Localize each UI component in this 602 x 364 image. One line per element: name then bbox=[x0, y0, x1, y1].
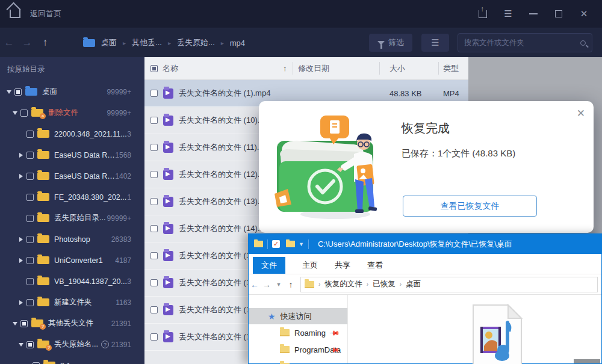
back-home-label[interactable]: 返回首页 bbox=[30, 8, 61, 19]
column-divider[interactable] bbox=[379, 62, 380, 75]
quick-access-item[interactable]: ★ 快速访问 bbox=[249, 308, 347, 324]
column-name[interactable]: 名称 bbox=[163, 63, 178, 74]
breadcrumb-item[interactable]: mp4 bbox=[230, 39, 245, 48]
tree-item-lost-names[interactable]: ? 丢失原始名... ? 21391 bbox=[0, 334, 144, 355]
breadcrumb-item[interactable]: 桌面 bbox=[101, 37, 117, 48]
tree-item[interactable]: EaseUS Data Re... 1568 bbox=[0, 144, 144, 165]
tab-view[interactable]: 查看 bbox=[359, 257, 391, 274]
row-checkbox[interactable] bbox=[150, 306, 158, 313]
recovered-media-file-icon[interactable] bbox=[462, 304, 529, 364]
tree-checkbox[interactable] bbox=[26, 152, 34, 159]
chevron-down-icon[interactable] bbox=[17, 343, 25, 347]
address-item[interactable]: 桌面 bbox=[406, 279, 421, 289]
explorer-up-icon[interactable]: ↑ bbox=[285, 280, 297, 289]
tree-item[interactable]: 22000.348_2021.11... 3 bbox=[0, 123, 144, 144]
quick-toolbar-dropdown-icon[interactable]: ▼ bbox=[299, 241, 304, 247]
search-icon[interactable] bbox=[580, 40, 586, 46]
column-date[interactable]: 修改日期 bbox=[298, 63, 329, 74]
close-button[interactable]: ✕ bbox=[576, 6, 592, 22]
column-divider[interactable] bbox=[438, 62, 439, 75]
chevron-down-icon[interactable] bbox=[11, 322, 19, 325]
explorer-forward-icon[interactable]: → bbox=[261, 280, 273, 289]
column-size[interactable]: 大小 bbox=[389, 63, 405, 74]
help-icon[interactable]: ? bbox=[101, 341, 109, 348]
search-input[interactable] bbox=[464, 39, 580, 47]
tree-item[interactable]: UniConverter1 4187 bbox=[0, 250, 144, 271]
home-icon[interactable] bbox=[10, 10, 20, 18]
tree-checkbox[interactable] bbox=[20, 110, 28, 117]
chevron-right-icon[interactable] bbox=[17, 258, 25, 263]
row-checkbox[interactable] bbox=[150, 117, 158, 124]
tree-item-other-lost[interactable]: ? 其他丢失文件 21391 bbox=[0, 313, 144, 334]
explorer-content[interactable] bbox=[348, 295, 601, 363]
tree-item[interactable]: 2.1... bbox=[0, 355, 144, 364]
breadcrumb-item[interactable]: 丢失原始... bbox=[177, 37, 215, 48]
explorer-titlebar[interactable]: ✓ ▼ C:\Users\Administrator\Desktop\恢复的文件… bbox=[249, 234, 601, 254]
chevron-right-icon[interactable] bbox=[17, 153, 25, 158]
tree-checkbox[interactable] bbox=[26, 131, 34, 138]
forward-icon[interactable]: → bbox=[18, 37, 36, 49]
chevron-right-icon[interactable] bbox=[17, 174, 25, 179]
maximize-button[interactable] bbox=[550, 6, 567, 22]
row-checkbox[interactable] bbox=[150, 90, 158, 97]
dialog-close-icon[interactable]: ✕ bbox=[577, 107, 585, 120]
address-box[interactable]: › 恢复的文件 › 已恢复 › 桌面 bbox=[300, 277, 598, 292]
chevron-right-icon[interactable] bbox=[17, 300, 25, 305]
tree-item-desktop[interactable]: 桌面 99999+ bbox=[0, 81, 144, 102]
view-options-button[interactable]: ☰ bbox=[421, 34, 449, 52]
explorer-back-icon[interactable]: ← bbox=[249, 280, 261, 289]
chevron-down-icon[interactable] bbox=[5, 90, 13, 94]
new-folder-icon[interactable] bbox=[286, 241, 295, 247]
tree-item[interactable]: Photoshop 26383 bbox=[0, 229, 144, 250]
view-recovered-files-button[interactable]: 查看已恢复文件 bbox=[403, 196, 537, 217]
row-checkbox[interactable] bbox=[150, 333, 158, 341]
tree-checkbox[interactable] bbox=[20, 320, 28, 327]
explorer-history-dropdown-icon[interactable]: ▼ bbox=[273, 282, 285, 288]
row-checkbox[interactable] bbox=[150, 279, 158, 286]
tree-checkbox[interactable] bbox=[26, 341, 34, 348]
row-checkbox[interactable] bbox=[150, 198, 158, 205]
chevron-right-icon[interactable] bbox=[17, 237, 25, 242]
row-checkbox[interactable] bbox=[150, 144, 158, 151]
tab-file[interactable]: 文件 bbox=[253, 257, 285, 274]
menu-icon[interactable]: ☰ bbox=[500, 6, 517, 22]
tab-share[interactable]: 共享 bbox=[326, 257, 359, 274]
tree-checkbox[interactable] bbox=[26, 299, 34, 306]
tree-checkbox[interactable] bbox=[26, 278, 34, 285]
tree-item[interactable]: EaseUS Data Re... 1402 bbox=[0, 165, 144, 187]
tab-home[interactable]: 主页 bbox=[294, 257, 326, 274]
tree-checkbox[interactable] bbox=[33, 362, 40, 364]
sidebar-item-partial[interactable] bbox=[249, 358, 347, 364]
address-item[interactable]: 恢复的文件 bbox=[324, 279, 362, 289]
filter-button[interactable]: 筛选 bbox=[369, 34, 412, 52]
tree-checkbox[interactable] bbox=[14, 88, 22, 96]
tree-checkbox[interactable] bbox=[26, 215, 34, 222]
minimize-button[interactable] bbox=[525, 6, 542, 22]
tree-checkbox[interactable] bbox=[26, 257, 34, 264]
up-icon[interactable]: ↑ bbox=[36, 37, 54, 49]
back-icon[interactable]: ← bbox=[0, 37, 18, 49]
tree-checkbox[interactable] bbox=[26, 236, 34, 243]
chevron-down-icon[interactable] bbox=[11, 111, 19, 115]
breadcrumb: 桌面 ▸ 其他丢... ▸ 丢失原始... ▸ mp4 bbox=[83, 37, 245, 48]
address-item[interactable]: 已恢复 bbox=[373, 279, 396, 289]
column-type[interactable]: 类型 bbox=[443, 63, 459, 74]
export-icon[interactable] bbox=[474, 6, 491, 22]
sidebar-item-programdata[interactable]: ProgramData 📌 bbox=[249, 341, 347, 358]
tree-item[interactable]: VB_19044.1387_20... 3 bbox=[0, 271, 144, 292]
row-checkbox[interactable] bbox=[150, 225, 158, 232]
tree-checkbox[interactable] bbox=[26, 194, 34, 201]
breadcrumb-item[interactable]: 其他丢... bbox=[132, 37, 162, 48]
row-checkbox[interactable] bbox=[150, 252, 158, 259]
tree-item[interactable]: 丢失原始目录... 99999+ bbox=[0, 208, 144, 229]
row-checkbox[interactable] bbox=[150, 171, 158, 178]
tree-item[interactable]: FE_20348.380_202... 1 bbox=[0, 187, 144, 208]
tree-item-deleted[interactable]: × 删除文件 99999+ bbox=[0, 102, 144, 123]
tree-checkbox[interactable] bbox=[26, 173, 34, 180]
properties-icon[interactable]: ✓ bbox=[272, 240, 280, 248]
select-all-checkbox[interactable] bbox=[150, 65, 158, 72]
sort-ascending-icon[interactable]: ↑ bbox=[283, 64, 287, 73]
column-divider[interactable] bbox=[293, 62, 293, 75]
tree-item[interactable]: 新建文件夹 1163 bbox=[0, 292, 144, 313]
sidebar-item-roaming[interactable]: Roaming 📌 bbox=[249, 324, 347, 341]
